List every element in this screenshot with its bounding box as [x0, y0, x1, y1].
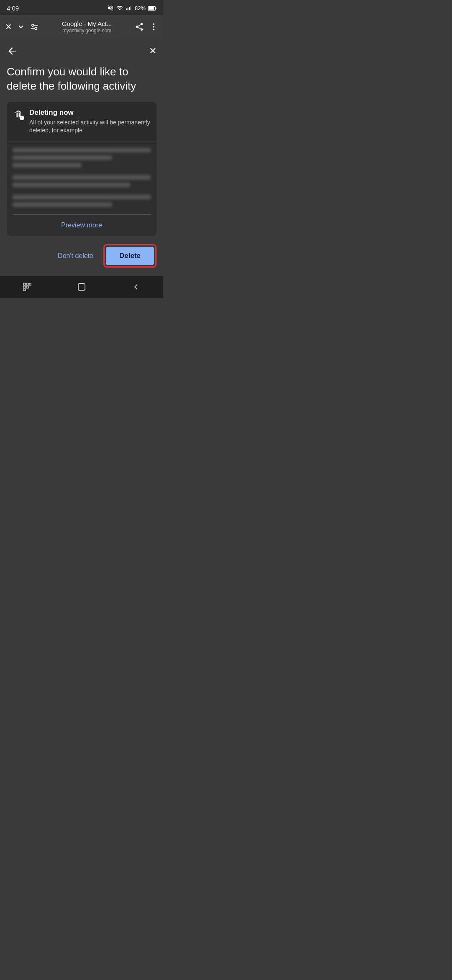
- browser-page-title: Google - My Act...: [43, 20, 131, 28]
- warning-desc: All of your selected activity will be pe…: [29, 119, 151, 135]
- back-button[interactable]: [7, 45, 18, 57]
- delete-button[interactable]: Delete: [106, 247, 154, 265]
- top-nav: ✕: [7, 45, 157, 57]
- blurred-line: [13, 155, 112, 160]
- wifi-icon: [116, 5, 123, 12]
- back-nav-button[interactable]: [131, 282, 141, 292]
- svg-point-8: [35, 27, 37, 30]
- mute-icon: [107, 5, 114, 12]
- preview-more-wrap[interactable]: Preview more: [7, 215, 157, 236]
- svg-rect-15: [26, 283, 28, 285]
- warning-icon-wrap: 🗑 !: [13, 108, 24, 120]
- status-bar: 4:09 82%: [0, 0, 163, 15]
- dont-delete-button[interactable]: Don't delete: [54, 248, 97, 264]
- svg-rect-0: [126, 9, 127, 10]
- svg-rect-20: [78, 284, 85, 290]
- svg-rect-18: [26, 286, 28, 288]
- blurred-activity-section: [7, 142, 157, 207]
- tab-switcher-button[interactable]: [30, 22, 39, 31]
- battery-icon: [148, 5, 157, 11]
- blurred-item-2: [13, 175, 151, 187]
- browser-title-area: Google - My Act... myactivity.google.com: [43, 20, 131, 34]
- delete-button-wrapper: Delete: [103, 244, 157, 268]
- exclamation-badge: !: [20, 116, 24, 120]
- buttons-area: Don't delete Delete: [0, 236, 163, 276]
- blurred-line: [13, 183, 130, 187]
- warning-title: Deleting now: [29, 108, 151, 117]
- svg-rect-2: [129, 7, 130, 10]
- blurred-item-3: [13, 195, 151, 207]
- recents-button[interactable]: [22, 282, 32, 292]
- share-button[interactable]: [135, 22, 144, 31]
- svg-rect-19: [23, 289, 26, 291]
- blurred-line: [13, 202, 112, 207]
- svg-rect-14: [23, 283, 26, 285]
- menu-button[interactable]: [149, 22, 158, 31]
- close-tab-button[interactable]: ✕: [5, 22, 12, 32]
- svg-rect-16: [29, 283, 31, 285]
- svg-rect-6: [149, 7, 154, 10]
- warning-text-area: Deleting now All of your selected activi…: [29, 108, 151, 135]
- activity-card: 🗑 ! Deleting now All of your selected ac…: [7, 102, 157, 236]
- main-content: ✕ Confirm you would like to delete the f…: [0, 39, 163, 236]
- blurred-line: [13, 163, 82, 168]
- bottom-nav: [0, 276, 163, 298]
- svg-point-13: [153, 29, 154, 31]
- svg-rect-1: [128, 8, 128, 10]
- expand-button[interactable]: [16, 22, 26, 31]
- page-title: Confirm you would like to delete the fol…: [7, 65, 157, 93]
- blurred-item-1: [13, 148, 151, 168]
- blurred-line: [13, 175, 151, 180]
- status-icons: 82%: [107, 5, 157, 12]
- home-button[interactable]: [77, 282, 87, 292]
- signal-icon: [126, 5, 132, 12]
- svg-point-11: [153, 23, 154, 25]
- status-time: 4:09: [7, 5, 19, 12]
- blurred-line: [13, 195, 151, 199]
- browser-bar: ✕ Google - My Act... myactivity.google.c…: [0, 15, 163, 39]
- svg-point-12: [153, 26, 154, 28]
- svg-point-7: [32, 24, 34, 27]
- svg-rect-17: [23, 286, 26, 288]
- battery-indicator: 82%: [135, 5, 146, 11]
- preview-more-button[interactable]: Preview more: [61, 222, 102, 229]
- svg-rect-3: [130, 6, 131, 10]
- svg-rect-5: [156, 8, 157, 9]
- browser-bar-right: [135, 22, 158, 31]
- close-button[interactable]: ✕: [149, 46, 157, 57]
- browser-url: myactivity.google.com: [43, 28, 131, 34]
- warning-banner: 🗑 ! Deleting now All of your selected ac…: [7, 102, 157, 142]
- blurred-line: [13, 148, 151, 152]
